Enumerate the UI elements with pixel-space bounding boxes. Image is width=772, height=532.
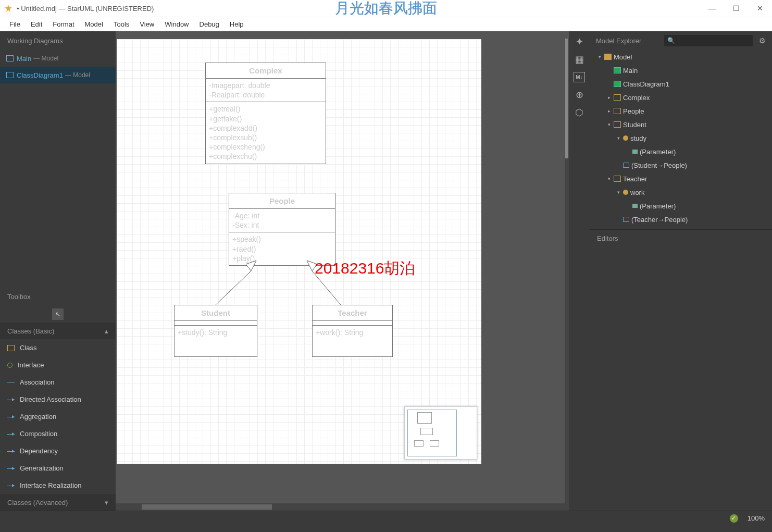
pointer-tool-row[interactable]: ↖ [0,306,116,323]
class-teacher[interactable]: Teacher +work(): String [312,305,393,357]
gen-icon [623,217,629,222]
diagram-paper[interactable]: Complex -Imagepart: double-Realpart: dou… [117,39,481,464]
tree-node-complex[interactable]: ▸Complex [590,91,772,104]
svg-marker-0 [5,5,11,11]
cls-icon [614,94,621,101]
diagram-icon [6,72,14,78]
class-attributes: -Age: int-Sex: int [229,209,335,232]
tree-twist-icon[interactable]: ▸ [606,108,612,114]
extension-icon[interactable]: ✦ [574,36,585,47]
model-search-input[interactable]: 🔍 [664,35,753,46]
tool-icon [7,397,15,402]
class-operations: +study(): String [175,326,257,339]
class-attributes: -Imagepart: double-Realpart: double [206,79,326,102]
class-student[interactable]: Student +study(): String [174,305,257,357]
tree-twist-icon[interactable]: ▸ [606,95,612,100]
diagram-canvas[interactable]: Complex -Imagepart: double-Realpart: dou… [116,31,569,511]
cls-icon [614,176,621,182]
menu-format[interactable]: Format [47,18,79,30]
menu-file[interactable]: File [4,18,26,30]
class-operations: +getreal()+getfake()+complexadd()+comple… [206,102,326,163]
tool-generalization[interactable]: Generalization [0,460,116,477]
tree-node-work[interactable]: ▾work [590,185,772,199]
minimize-button[interactable]: — [700,0,724,17]
tool-aggregation[interactable]: Aggregation [0,408,116,425]
tree-twist-icon[interactable]: ▾ [606,122,612,127]
window-title: • Untitled.mdj — StarUML (UNREGISTERED) [17,5,154,13]
tree-twist-icon[interactable]: ▾ [616,190,621,195]
watermark-text: 月光如春风拂面 [335,0,437,18]
tool-association[interactable]: Association [0,374,116,391]
menu-edit[interactable]: Edit [26,18,47,30]
canvas-annotation: 20182316胡泊 [315,258,415,279]
expand-icon: ▾ [105,499,108,506]
toolbox-header: Toolbox [0,287,116,306]
cls-icon [614,108,621,114]
share-icon[interactable]: ⬡ [574,107,585,118]
menu-tools[interactable]: Tools [108,18,134,30]
settings-icon[interactable]: ⚙ [759,36,766,45]
tool-icon [7,466,15,471]
tree-twist-icon[interactable]: ▾ [616,135,621,141]
tree-node-study[interactable]: ▾study [590,131,772,145]
op-icon [623,135,628,141]
tool-class[interactable]: Class [0,339,116,356]
tree-node--teacher-people-[interactable]: (Teacher→People) [590,213,772,226]
tree-twist-icon[interactable]: ▾ [606,176,612,181]
toolbox-section-classes-advanced[interactable]: Classes (Advanced)▾ [0,494,116,511]
grid-icon[interactable]: ▦ [574,54,585,65]
tree-node-teacher[interactable]: ▾Teacher [590,172,772,185]
tool-interface-realization[interactable]: Interface Realization [0,477,116,494]
model-explorer-header: Model Explorer [596,37,658,45]
tool-interface[interactable]: Interface [0,356,116,374]
menu-window[interactable]: Window [159,18,194,30]
vertical-scrollbar[interactable] [565,39,569,503]
working-diagrams-header: Working Diagrams [0,31,116,50]
tool-composition[interactable]: Composition [0,425,116,442]
diagram-item-main[interactable]: Main— Model [0,50,116,67]
pointer-icon: ↖ [52,308,64,320]
tool-icon [7,414,15,419]
tool-icon [7,382,15,382]
tool-dependency[interactable]: Dependency [0,442,116,460]
menu-view[interactable]: View [134,18,159,30]
target-icon[interactable]: ⊕ [574,90,585,100]
tree-node-model[interactable]: ▾Model [590,50,772,64]
class-people[interactable]: People -Age: int-Sex: int +speak()+raed(… [229,193,335,266]
maximize-button[interactable]: ☐ [724,0,748,17]
markdown-icon[interactable]: M↓ [574,72,585,82]
horizontal-scrollbar[interactable] [116,503,569,511]
folder-icon [604,54,612,60]
status-ok-icon[interactable]: ✓ [730,514,738,523]
tree-node-main[interactable]: Main [590,64,772,77]
tree-node-people[interactable]: ▸People [590,104,772,118]
diagram-item-classdiagram1[interactable]: ClassDiagram1— Model [0,67,116,83]
class-name: People [229,193,335,209]
menu-help[interactable]: Help [225,18,249,30]
tool-icon [7,449,15,454]
zoom-level[interactable]: 100% [748,514,765,522]
close-button[interactable]: ✕ [748,0,772,17]
tool-directed-association[interactable]: Directed Association [0,391,116,408]
class-name: Complex [206,63,326,79]
app-logo-icon [4,4,13,13]
diag-icon [614,81,621,87]
menu-debug[interactable]: Debug [194,18,225,30]
title-bar: • Untitled.mdj — StarUML (UNREGISTERED) … [0,0,772,17]
tree-node--parameter-[interactable]: (Parameter) [590,145,772,158]
tool-icon [7,345,15,351]
tree-twist-icon[interactable]: ▾ [597,54,602,59]
class-attributes [175,321,257,326]
class-complex[interactable]: Complex -Imagepart: double-Realpart: dou… [205,63,326,164]
menu-model[interactable]: Model [80,18,108,30]
minimap[interactable] [404,406,477,460]
tree-node-student[interactable]: ▾Student [590,118,772,131]
class-name: Student [175,305,257,321]
tree-node--student-people-[interactable]: (Student→People) [590,158,772,172]
tree-node-classdiagram1[interactable]: ClassDiagram1 [590,77,772,91]
collapse-icon: ▴ [105,327,108,335]
toolbox-section-classes-basic[interactable]: Classes (Basic)▴ [0,323,116,339]
tree-node--parameter-[interactable]: (Parameter) [590,199,772,213]
status-bar: ✓ 100% [0,511,772,525]
left-panel: Working Diagrams Main— ModelClassDiagram… [0,31,116,511]
